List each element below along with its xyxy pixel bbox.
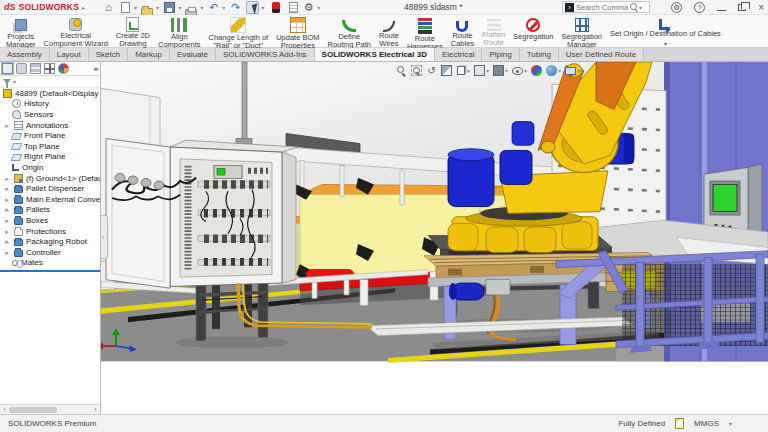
tab-piping[interactable]: Piping xyxy=(482,48,519,61)
expand-arrow-icon[interactable] xyxy=(3,237,11,246)
tab-markup[interactable]: Markup xyxy=(128,48,170,61)
tree-root[interactable]: 48899 (Default<Display State- xyxy=(0,88,100,99)
panel-flyout-handle[interactable] xyxy=(101,215,108,259)
tab-sketch[interactable]: Sketch xyxy=(89,48,128,61)
display-manager-tab-icon[interactable] xyxy=(58,63,69,74)
search-input[interactable] xyxy=(576,3,628,12)
controller-screen[interactable] xyxy=(713,184,737,211)
unit-system[interactable]: MMGS xyxy=(694,419,719,428)
tree-item-history[interactable]: History xyxy=(0,99,100,110)
close-icon[interactable]: × xyxy=(758,2,764,14)
configuration-manager-tab-icon[interactable] xyxy=(30,63,41,74)
tab-solidworks-add-ins[interactable]: SOLIDWORKS Add-Ins xyxy=(216,48,315,61)
ribbon-button-define-routing-path[interactable]: DefineRouting Path xyxy=(324,16,375,47)
search-box[interactable]: › ▾ xyxy=(562,1,650,13)
tree-item-packaging-robot[interactable]: Packaging Robot xyxy=(0,236,100,247)
ribbon-button-change-length[interactable]: Change Length of"Rail" or "Duct" xyxy=(205,16,273,47)
ribbon-button-segregation-manager[interactable]: SegregationManager xyxy=(558,16,606,47)
tree-item-sensors[interactable]: Sensors xyxy=(0,109,100,120)
ribbon-button-projects-manager[interactable]: ProjectsManager xyxy=(2,16,40,47)
section-view-icon[interactable] xyxy=(441,65,452,76)
tree-item-origin[interactable]: Origin xyxy=(0,162,100,173)
tree-item-pallet-dispenser[interactable]: Pallet Dispenser xyxy=(0,183,100,194)
expand-arrow-icon[interactable] xyxy=(3,205,11,214)
tree-item-top-plane[interactable]: Top Plane xyxy=(0,141,100,152)
ribbon-button-route-wires[interactable]: RouteWires xyxy=(375,16,403,47)
scrollbar-thumb[interactable] xyxy=(9,407,57,413)
tree-horizontal-scrollbar[interactable]: ‹ › xyxy=(0,404,100,414)
apply-scene-icon[interactable] xyxy=(546,65,557,76)
scroll-left-icon[interactable]: ‹ xyxy=(0,406,9,413)
options-gear-icon[interactable]: ⚙ xyxy=(302,1,315,14)
new-document-icon[interactable] xyxy=(121,2,130,13)
tree-item-boxes[interactable]: Boxes xyxy=(0,215,100,226)
expand-arrow-icon[interactable] xyxy=(3,216,11,225)
tree-item-protections[interactable]: Protections xyxy=(0,226,100,237)
minimize-icon[interactable] xyxy=(717,5,726,11)
feature-manager-tab-icon[interactable] xyxy=(2,63,13,74)
sw-options-icon[interactable]: ⚙ xyxy=(671,2,682,13)
viewport-3d[interactable] xyxy=(0,62,768,414)
tree-item-pallets[interactable]: Pallets xyxy=(0,205,100,216)
ribbon-button-route-harnesses[interactable]: RouteHarnesses xyxy=(403,16,447,47)
zoom-to-area-icon[interactable] xyxy=(411,65,422,76)
zoom-to-fit-icon[interactable] xyxy=(396,65,407,76)
redo-icon[interactable]: ↷ xyxy=(229,1,242,14)
hide-show-items-icon[interactable] xyxy=(512,67,523,75)
display-style-icon[interactable] xyxy=(493,65,504,76)
cabinet-door[interactable] xyxy=(106,139,170,289)
tab-scroll-icons[interactable]: ◂▸ xyxy=(93,65,98,73)
search-dropdown-icon[interactable]: ▾ xyxy=(639,4,642,11)
expand-arrow-icon[interactable] xyxy=(3,121,11,130)
menu-expand-icon[interactable]: ▸ xyxy=(82,4,85,11)
dimxpert-manager-tab-icon[interactable] xyxy=(44,63,55,74)
property-manager-tab-icon[interactable] xyxy=(16,63,27,74)
scroll-right-icon[interactable]: › xyxy=(91,406,100,413)
tab-electrical[interactable]: Electrical xyxy=(435,48,482,61)
tree-item-controller[interactable]: Controller xyxy=(0,247,100,258)
tree-splitter[interactable] xyxy=(0,270,100,272)
tree-item-main-external-conveyor[interactable]: Main External Conveyor xyxy=(0,194,100,205)
tab-solidworks-electrical-3d[interactable]: SOLIDWORKS Electrical 3D xyxy=(315,48,435,61)
expand-arrow-icon[interactable] xyxy=(3,227,11,236)
select-cursor-icon[interactable] xyxy=(252,3,261,14)
tree-item-ground[interactable]: (f) Ground<1> (Default) << xyxy=(0,173,100,184)
filter-dropdown-icon[interactable]: ▾ xyxy=(13,78,16,85)
xpress-products-icon[interactable] xyxy=(272,2,280,13)
ribbon-button-align-components[interactable]: AlignComponents xyxy=(154,16,205,47)
home-icon[interactable]: ⌂ xyxy=(102,1,115,14)
undo-icon[interactable]: ↶ xyxy=(207,1,220,14)
expand-arrow-icon[interactable] xyxy=(3,184,11,193)
ribbon-button-set-origin-destination[interactable]: Set Origin / Destination of Cables xyxy=(606,16,725,47)
unit-dropdown-icon[interactable]: ▾ xyxy=(729,420,732,427)
view-orientation-icon[interactable] xyxy=(474,65,485,76)
tree-filter-row[interactable]: ▾ xyxy=(0,76,100,88)
tab-layout[interactable]: Layout xyxy=(50,48,89,61)
expand-arrow-icon[interactable] xyxy=(3,195,11,204)
view-settings-icon[interactable] xyxy=(565,67,576,75)
tree-item-annotations[interactable]: Annotations xyxy=(0,120,100,131)
sheet-format-icon[interactable] xyxy=(289,2,298,13)
dropdown-caret-icon[interactable] xyxy=(664,38,667,48)
ribbon-button-segregation[interactable]: Segregation xyxy=(509,16,557,47)
tab-evaluate[interactable]: Evaluate xyxy=(170,48,216,61)
annotation-views-icon[interactable] xyxy=(457,66,465,75)
tree-item-mates[interactable]: Mates xyxy=(0,258,100,269)
tree-item-right-plane[interactable]: Right Plane xyxy=(0,152,100,163)
ribbon-button-create-2d-drawing[interactable]: Create 2DDrawing xyxy=(112,16,154,47)
save-icon[interactable] xyxy=(164,2,175,13)
edit-appearance-icon[interactable] xyxy=(531,65,542,76)
ribbon-button-update-bom-properties[interactable]: Update BOMProperties xyxy=(272,16,323,47)
restore-icon[interactable] xyxy=(738,4,746,11)
graphics-area[interactable]: ↺ ▾ ▾ ▾ ▾ ▾ ▾ ◂▸ ▾ 48899 (Defa xyxy=(0,62,768,414)
expand-arrow-icon[interactable] xyxy=(3,248,11,257)
previous-view-icon[interactable]: ↺ xyxy=(426,65,437,76)
ribbon-button-route-cables[interactable]: RouteCables xyxy=(447,16,478,47)
tab-user-defined-route[interactable]: User Defined Route xyxy=(559,48,644,61)
tab-assembly[interactable]: Assembly xyxy=(0,48,50,61)
electrical-cabinet[interactable] xyxy=(170,140,298,286)
tree-item-front-plane[interactable]: Front Plane xyxy=(0,130,100,141)
help-icon[interactable]: ? xyxy=(694,2,705,13)
ribbon-button-electrical-component-wizard[interactable]: ElectricalComponent Wizard xyxy=(40,16,112,47)
expand-arrow-icon[interactable] xyxy=(3,174,11,183)
